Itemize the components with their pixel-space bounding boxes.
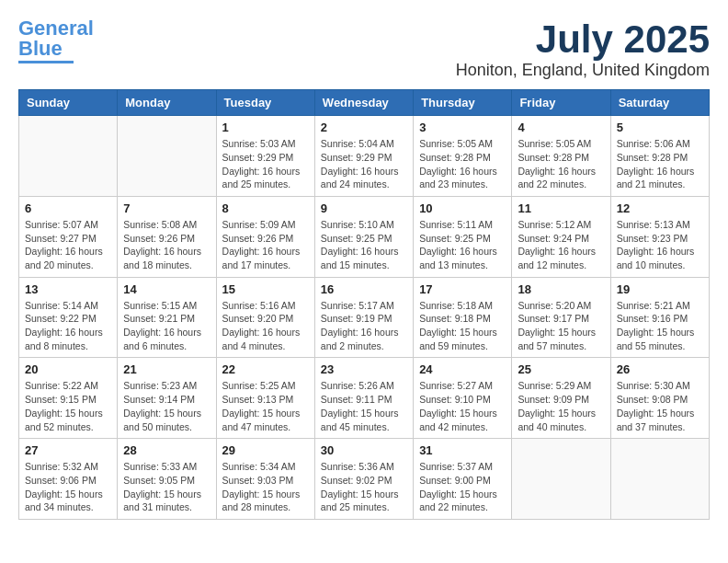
calendar-cell: 9Sunrise: 5:10 AM Sunset: 9:25 PM Daylig… xyxy=(314,196,413,277)
day-info: Sunrise: 5:20 AM Sunset: 9:17 PM Dayligh… xyxy=(518,299,604,353)
day-number: 3 xyxy=(419,121,506,134)
day-info: Sunrise: 5:29 AM Sunset: 9:09 PM Dayligh… xyxy=(518,379,604,433)
day-info: Sunrise: 5:21 AM Sunset: 9:16 PM Dayligh… xyxy=(617,299,703,353)
day-number: 23 xyxy=(321,362,407,376)
day-info: Sunrise: 5:27 AM Sunset: 9:10 PM Dayligh… xyxy=(419,379,506,433)
calendar-week-2: 6Sunrise: 5:07 AM Sunset: 9:27 PM Daylig… xyxy=(19,196,710,277)
day-number: 22 xyxy=(222,362,309,376)
calendar-cell: 10Sunrise: 5:11 AM Sunset: 9:25 PM Dayli… xyxy=(414,196,512,277)
calendar-cell: 5Sunrise: 5:06 AM Sunset: 9:28 PM Daylig… xyxy=(610,116,709,197)
calendar-cell: 8Sunrise: 5:09 AM Sunset: 9:26 PM Daylig… xyxy=(216,196,314,277)
day-number: 6 xyxy=(25,201,111,215)
calendar-cell: 2Sunrise: 5:04 AM Sunset: 9:29 PM Daylig… xyxy=(314,116,413,197)
day-number: 12 xyxy=(617,201,703,215)
calendar-week-1: 1Sunrise: 5:03 AM Sunset: 9:29 PM Daylig… xyxy=(19,116,710,197)
day-number: 28 xyxy=(123,443,210,457)
day-info: Sunrise: 5:34 AM Sunset: 9:03 PM Dayligh… xyxy=(222,460,309,514)
calendar-cell: 18Sunrise: 5:20 AM Sunset: 9:17 PM Dayli… xyxy=(512,277,610,358)
day-number: 30 xyxy=(321,443,407,457)
calendar-cell: 4Sunrise: 5:05 AM Sunset: 9:28 PM Daylig… xyxy=(512,116,610,197)
day-number: 21 xyxy=(123,362,210,376)
day-info: Sunrise: 5:16 AM Sunset: 9:20 PM Dayligh… xyxy=(222,299,309,353)
day-info: Sunrise: 5:12 AM Sunset: 9:24 PM Dayligh… xyxy=(518,218,604,272)
calendar-header-row: SundayMondayTuesdayWednesdayThursdayFrid… xyxy=(19,90,710,116)
day-number: 19 xyxy=(617,282,703,296)
day-number: 17 xyxy=(419,282,506,296)
page-header: General Blue July 2025 Honiton, England,… xyxy=(18,18,710,80)
day-number: 14 xyxy=(123,282,210,296)
day-info: Sunrise: 5:14 AM Sunset: 9:22 PM Dayligh… xyxy=(25,299,111,353)
day-number: 10 xyxy=(419,201,506,215)
calendar-cell: 1Sunrise: 5:03 AM Sunset: 9:29 PM Daylig… xyxy=(216,116,314,197)
day-number: 2 xyxy=(321,121,407,134)
calendar-cell: 28Sunrise: 5:33 AM Sunset: 9:05 PM Dayli… xyxy=(118,439,216,520)
day-info: Sunrise: 5:09 AM Sunset: 9:26 PM Dayligh… xyxy=(222,218,309,272)
day-number: 25 xyxy=(518,362,604,376)
title-block: July 2025 Honiton, England, United Kingd… xyxy=(456,18,710,80)
weekday-header-saturday: Saturday xyxy=(610,90,709,116)
day-info: Sunrise: 5:32 AM Sunset: 9:06 PM Dayligh… xyxy=(25,460,111,514)
calendar-cell: 12Sunrise: 5:13 AM Sunset: 9:23 PM Dayli… xyxy=(610,196,709,277)
day-number: 15 xyxy=(222,282,309,296)
day-info: Sunrise: 5:07 AM Sunset: 9:27 PM Dayligh… xyxy=(25,218,111,272)
day-number: 29 xyxy=(222,443,309,457)
day-info: Sunrise: 5:04 AM Sunset: 9:29 PM Dayligh… xyxy=(321,137,407,191)
day-number: 13 xyxy=(25,282,111,296)
day-number: 8 xyxy=(222,201,309,215)
calendar-cell: 24Sunrise: 5:27 AM Sunset: 9:10 PM Dayli… xyxy=(414,358,512,439)
day-info: Sunrise: 5:13 AM Sunset: 9:23 PM Dayligh… xyxy=(617,218,703,272)
day-info: Sunrise: 5:03 AM Sunset: 9:29 PM Dayligh… xyxy=(222,137,309,191)
day-info: Sunrise: 5:36 AM Sunset: 9:02 PM Dayligh… xyxy=(321,460,407,514)
calendar-cell: 31Sunrise: 5:37 AM Sunset: 9:00 PM Dayli… xyxy=(414,439,512,520)
day-info: Sunrise: 5:37 AM Sunset: 9:00 PM Dayligh… xyxy=(419,460,506,514)
calendar-cell: 6Sunrise: 5:07 AM Sunset: 9:27 PM Daylig… xyxy=(19,196,118,277)
logo-underline xyxy=(18,61,74,63)
logo-blue: Blue xyxy=(18,37,63,60)
day-info: Sunrise: 5:22 AM Sunset: 9:15 PM Dayligh… xyxy=(25,379,111,433)
calendar-cell: 29Sunrise: 5:34 AM Sunset: 9:03 PM Dayli… xyxy=(216,439,314,520)
calendar-cell: 22Sunrise: 5:25 AM Sunset: 9:13 PM Dayli… xyxy=(216,358,314,439)
day-info: Sunrise: 5:10 AM Sunset: 9:25 PM Dayligh… xyxy=(321,218,407,272)
calendar-cell xyxy=(512,439,610,520)
day-info: Sunrise: 5:30 AM Sunset: 9:08 PM Dayligh… xyxy=(617,379,703,433)
calendar-cell: 19Sunrise: 5:21 AM Sunset: 9:16 PM Dayli… xyxy=(610,277,709,358)
day-info: Sunrise: 5:23 AM Sunset: 9:14 PM Dayligh… xyxy=(123,379,210,433)
calendar-cell: 17Sunrise: 5:18 AM Sunset: 9:18 PM Dayli… xyxy=(414,277,512,358)
calendar-cell: 3Sunrise: 5:05 AM Sunset: 9:28 PM Daylig… xyxy=(414,116,512,197)
calendar-cell: 25Sunrise: 5:29 AM Sunset: 9:09 PM Dayli… xyxy=(512,358,610,439)
logo-text: General Blue xyxy=(18,18,94,59)
calendar-week-3: 13Sunrise: 5:14 AM Sunset: 9:22 PM Dayli… xyxy=(19,277,710,358)
day-info: Sunrise: 5:15 AM Sunset: 9:21 PM Dayligh… xyxy=(123,299,210,353)
day-number: 9 xyxy=(321,201,407,215)
logo: General Blue xyxy=(18,18,94,63)
calendar-table: SundayMondayTuesdayWednesdayThursdayFrid… xyxy=(18,89,710,520)
calendar-cell xyxy=(118,116,216,197)
day-number: 16 xyxy=(321,282,407,296)
day-number: 31 xyxy=(419,443,506,457)
weekday-header-thursday: Thursday xyxy=(414,90,512,116)
calendar-cell: 20Sunrise: 5:22 AM Sunset: 9:15 PM Dayli… xyxy=(19,358,118,439)
calendar-cell: 13Sunrise: 5:14 AM Sunset: 9:22 PM Dayli… xyxy=(19,277,118,358)
weekday-header-tuesday: Tuesday xyxy=(216,90,314,116)
calendar-cell: 11Sunrise: 5:12 AM Sunset: 9:24 PM Dayli… xyxy=(512,196,610,277)
calendar-cell xyxy=(610,439,709,520)
calendar-week-5: 27Sunrise: 5:32 AM Sunset: 9:06 PM Dayli… xyxy=(19,439,710,520)
calendar-cell: 26Sunrise: 5:30 AM Sunset: 9:08 PM Dayli… xyxy=(610,358,709,439)
calendar-cell: 23Sunrise: 5:26 AM Sunset: 9:11 PM Dayli… xyxy=(314,358,413,439)
day-info: Sunrise: 5:06 AM Sunset: 9:28 PM Dayligh… xyxy=(617,137,703,191)
calendar-cell: 27Sunrise: 5:32 AM Sunset: 9:06 PM Dayli… xyxy=(19,439,118,520)
calendar-cell: 7Sunrise: 5:08 AM Sunset: 9:26 PM Daylig… xyxy=(118,196,216,277)
day-info: Sunrise: 5:25 AM Sunset: 9:13 PM Dayligh… xyxy=(222,379,309,433)
calendar-cell: 14Sunrise: 5:15 AM Sunset: 9:21 PM Dayli… xyxy=(118,277,216,358)
day-number: 7 xyxy=(123,201,210,215)
day-number: 26 xyxy=(617,362,703,376)
day-number: 5 xyxy=(617,121,703,134)
day-info: Sunrise: 5:26 AM Sunset: 9:11 PM Dayligh… xyxy=(321,379,407,433)
day-info: Sunrise: 5:05 AM Sunset: 9:28 PM Dayligh… xyxy=(419,137,506,191)
calendar-week-4: 20Sunrise: 5:22 AM Sunset: 9:15 PM Dayli… xyxy=(19,358,710,439)
day-info: Sunrise: 5:11 AM Sunset: 9:25 PM Dayligh… xyxy=(419,218,506,272)
calendar-cell: 15Sunrise: 5:16 AM Sunset: 9:20 PM Dayli… xyxy=(216,277,314,358)
calendar-cell: 16Sunrise: 5:17 AM Sunset: 9:19 PM Dayli… xyxy=(314,277,413,358)
day-number: 27 xyxy=(25,443,111,457)
weekday-header-friday: Friday xyxy=(512,90,610,116)
